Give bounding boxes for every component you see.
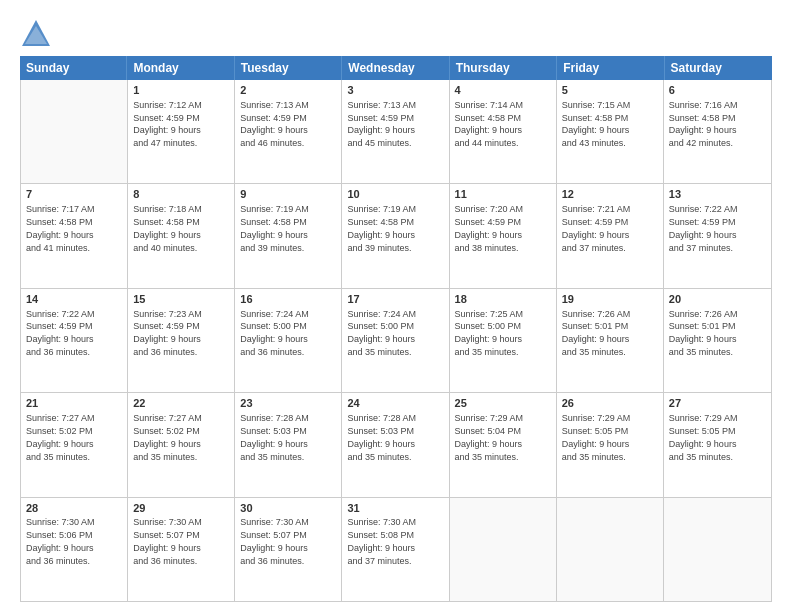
- day-detail: Sunrise: 7:27 AMSunset: 5:02 PMDaylight:…: [133, 413, 202, 461]
- day-detail: Sunrise: 7:21 AMSunset: 4:59 PMDaylight:…: [562, 204, 631, 252]
- header-sunday: Sunday: [20, 56, 127, 80]
- day-detail: Sunrise: 7:28 AMSunset: 5:03 PMDaylight:…: [240, 413, 309, 461]
- day-detail: Sunrise: 7:22 AMSunset: 4:59 PMDaylight:…: [669, 204, 738, 252]
- header: [20, 18, 772, 46]
- logo: [20, 18, 52, 46]
- day-detail: Sunrise: 7:29 AMSunset: 5:05 PMDaylight:…: [669, 413, 738, 461]
- calendar-cell: 12 Sunrise: 7:21 AMSunset: 4:59 PMDaylig…: [557, 184, 664, 287]
- header-tuesday: Tuesday: [235, 56, 342, 80]
- day-number: 31: [347, 501, 443, 516]
- day-number: 11: [455, 187, 551, 202]
- calendar-cell: 2 Sunrise: 7:13 AMSunset: 4:59 PMDayligh…: [235, 80, 342, 183]
- calendar-cell: 14 Sunrise: 7:22 AMSunset: 4:59 PMDaylig…: [21, 289, 128, 392]
- calendar-cell: 20 Sunrise: 7:26 AMSunset: 5:01 PMDaylig…: [664, 289, 771, 392]
- calendar-cell: 19 Sunrise: 7:26 AMSunset: 5:01 PMDaylig…: [557, 289, 664, 392]
- calendar-cell: 13 Sunrise: 7:22 AMSunset: 4:59 PMDaylig…: [664, 184, 771, 287]
- calendar-cell: 22 Sunrise: 7:27 AMSunset: 5:02 PMDaylig…: [128, 393, 235, 496]
- day-number: 20: [669, 292, 766, 307]
- day-number: 16: [240, 292, 336, 307]
- day-number: 10: [347, 187, 443, 202]
- calendar-cell: 10 Sunrise: 7:19 AMSunset: 4:58 PMDaylig…: [342, 184, 449, 287]
- calendar-cell: 28 Sunrise: 7:30 AMSunset: 5:06 PMDaylig…: [21, 498, 128, 601]
- calendar-cell: 25 Sunrise: 7:29 AMSunset: 5:04 PMDaylig…: [450, 393, 557, 496]
- calendar-cell: 31 Sunrise: 7:30 AMSunset: 5:08 PMDaylig…: [342, 498, 449, 601]
- calendar-cell: 27 Sunrise: 7:29 AMSunset: 5:05 PMDaylig…: [664, 393, 771, 496]
- calendar-cell: 15 Sunrise: 7:23 AMSunset: 4:59 PMDaylig…: [128, 289, 235, 392]
- calendar-cell: 26 Sunrise: 7:29 AMSunset: 5:05 PMDaylig…: [557, 393, 664, 496]
- calendar-header: Sunday Monday Tuesday Wednesday Thursday…: [20, 56, 772, 80]
- day-number: 14: [26, 292, 122, 307]
- day-detail: Sunrise: 7:30 AMSunset: 5:08 PMDaylight:…: [347, 517, 416, 565]
- calendar-cell: [557, 498, 664, 601]
- calendar-row-4: 28 Sunrise: 7:30 AMSunset: 5:06 PMDaylig…: [21, 498, 771, 601]
- day-number: 2: [240, 83, 336, 98]
- calendar-body: 1 Sunrise: 7:12 AMSunset: 4:59 PMDayligh…: [20, 80, 772, 602]
- day-number: 8: [133, 187, 229, 202]
- day-detail: Sunrise: 7:19 AMSunset: 4:58 PMDaylight:…: [347, 204, 416, 252]
- day-detail: Sunrise: 7:29 AMSunset: 5:05 PMDaylight:…: [562, 413, 631, 461]
- header-saturday: Saturday: [665, 56, 772, 80]
- day-detail: Sunrise: 7:28 AMSunset: 5:03 PMDaylight:…: [347, 413, 416, 461]
- calendar-cell: [450, 498, 557, 601]
- day-number: 30: [240, 501, 336, 516]
- day-number: 12: [562, 187, 658, 202]
- day-detail: Sunrise: 7:12 AMSunset: 4:59 PMDaylight:…: [133, 100, 202, 148]
- day-detail: Sunrise: 7:23 AMSunset: 4:59 PMDaylight:…: [133, 309, 202, 357]
- calendar-cell: 3 Sunrise: 7:13 AMSunset: 4:59 PMDayligh…: [342, 80, 449, 183]
- day-detail: Sunrise: 7:29 AMSunset: 5:04 PMDaylight:…: [455, 413, 524, 461]
- calendar-row-0: 1 Sunrise: 7:12 AMSunset: 4:59 PMDayligh…: [21, 80, 771, 184]
- day-number: 24: [347, 396, 443, 411]
- calendar-cell: 9 Sunrise: 7:19 AMSunset: 4:58 PMDayligh…: [235, 184, 342, 287]
- day-number: 3: [347, 83, 443, 98]
- day-number: 6: [669, 83, 766, 98]
- calendar-cell: [664, 498, 771, 601]
- day-number: 1: [133, 83, 229, 98]
- day-detail: Sunrise: 7:18 AMSunset: 4:58 PMDaylight:…: [133, 204, 202, 252]
- day-detail: Sunrise: 7:30 AMSunset: 5:06 PMDaylight:…: [26, 517, 95, 565]
- calendar-cell: 30 Sunrise: 7:30 AMSunset: 5:07 PMDaylig…: [235, 498, 342, 601]
- day-number: 9: [240, 187, 336, 202]
- day-detail: Sunrise: 7:22 AMSunset: 4:59 PMDaylight:…: [26, 309, 95, 357]
- day-number: 19: [562, 292, 658, 307]
- day-number: 27: [669, 396, 766, 411]
- day-number: 29: [133, 501, 229, 516]
- day-detail: Sunrise: 7:14 AMSunset: 4:58 PMDaylight:…: [455, 100, 524, 148]
- calendar-cell: 8 Sunrise: 7:18 AMSunset: 4:58 PMDayligh…: [128, 184, 235, 287]
- calendar: Sunday Monday Tuesday Wednesday Thursday…: [20, 56, 772, 602]
- header-wednesday: Wednesday: [342, 56, 449, 80]
- day-detail: Sunrise: 7:13 AMSunset: 4:59 PMDaylight:…: [240, 100, 309, 148]
- calendar-cell: 1 Sunrise: 7:12 AMSunset: 4:59 PMDayligh…: [128, 80, 235, 183]
- day-detail: Sunrise: 7:26 AMSunset: 5:01 PMDaylight:…: [562, 309, 631, 357]
- day-detail: Sunrise: 7:27 AMSunset: 5:02 PMDaylight:…: [26, 413, 95, 461]
- header-monday: Monday: [127, 56, 234, 80]
- calendar-cell: 16 Sunrise: 7:24 AMSunset: 5:00 PMDaylig…: [235, 289, 342, 392]
- calendar-cell: 21 Sunrise: 7:27 AMSunset: 5:02 PMDaylig…: [21, 393, 128, 496]
- day-detail: Sunrise: 7:15 AMSunset: 4:58 PMDaylight:…: [562, 100, 631, 148]
- calendar-cell: 11 Sunrise: 7:20 AMSunset: 4:59 PMDaylig…: [450, 184, 557, 287]
- day-number: 18: [455, 292, 551, 307]
- day-number: 7: [26, 187, 122, 202]
- day-number: 4: [455, 83, 551, 98]
- day-number: 25: [455, 396, 551, 411]
- day-number: 22: [133, 396, 229, 411]
- day-number: 15: [133, 292, 229, 307]
- day-detail: Sunrise: 7:30 AMSunset: 5:07 PMDaylight:…: [133, 517, 202, 565]
- day-number: 23: [240, 396, 336, 411]
- day-detail: Sunrise: 7:16 AMSunset: 4:58 PMDaylight:…: [669, 100, 738, 148]
- calendar-row-1: 7 Sunrise: 7:17 AMSunset: 4:58 PMDayligh…: [21, 184, 771, 288]
- page: Sunday Monday Tuesday Wednesday Thursday…: [0, 0, 792, 612]
- calendar-cell: 29 Sunrise: 7:30 AMSunset: 5:07 PMDaylig…: [128, 498, 235, 601]
- day-detail: Sunrise: 7:19 AMSunset: 4:58 PMDaylight:…: [240, 204, 309, 252]
- calendar-cell: 4 Sunrise: 7:14 AMSunset: 4:58 PMDayligh…: [450, 80, 557, 183]
- day-detail: Sunrise: 7:26 AMSunset: 5:01 PMDaylight:…: [669, 309, 738, 357]
- calendar-cell: 18 Sunrise: 7:25 AMSunset: 5:00 PMDaylig…: [450, 289, 557, 392]
- day-detail: Sunrise: 7:24 AMSunset: 5:00 PMDaylight:…: [347, 309, 416, 357]
- calendar-cell: 17 Sunrise: 7:24 AMSunset: 5:00 PMDaylig…: [342, 289, 449, 392]
- calendar-cell: 6 Sunrise: 7:16 AMSunset: 4:58 PMDayligh…: [664, 80, 771, 183]
- calendar-cell: [21, 80, 128, 183]
- day-detail: Sunrise: 7:24 AMSunset: 5:00 PMDaylight:…: [240, 309, 309, 357]
- day-detail: Sunrise: 7:30 AMSunset: 5:07 PMDaylight:…: [240, 517, 309, 565]
- calendar-cell: 23 Sunrise: 7:28 AMSunset: 5:03 PMDaylig…: [235, 393, 342, 496]
- day-detail: Sunrise: 7:20 AMSunset: 4:59 PMDaylight:…: [455, 204, 524, 252]
- day-detail: Sunrise: 7:17 AMSunset: 4:58 PMDaylight:…: [26, 204, 95, 252]
